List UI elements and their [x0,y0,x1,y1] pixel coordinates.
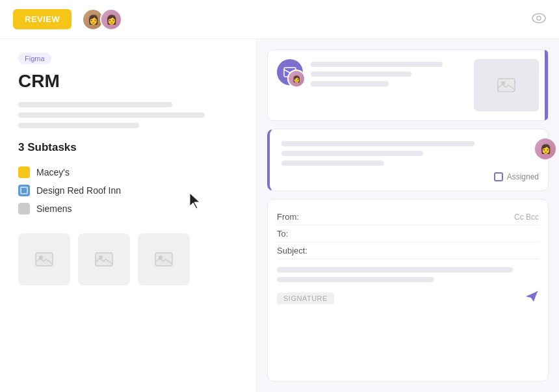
svg-rect-6 [155,253,172,266]
email-accent-avatar: 👩 [534,137,557,161]
subtask-label-siemens: Siemens [36,203,72,214]
project-title: CRM [18,71,238,92]
subtask-label-redroof: Design Red Roof Inn [36,185,121,196]
avatar-group: 👩 👩 [82,8,122,31]
subtask-list: Macey's Design Red Roof Inn Siemens [18,163,238,218]
thumbnail-1 [18,233,70,285]
desc-line-2 [18,112,205,118]
email-card-top-content: 👩 [277,59,539,111]
body-line-2 [277,277,434,282]
thumbnail-3 [138,233,190,285]
figma-badge: Figma [18,53,51,64]
body-line-1 [277,267,513,272]
subtask-item-redroof: Design Red Roof Inn [18,181,238,200]
compose-body [277,267,539,282]
subtask-item-siemens: Siemens [18,200,238,218]
eye-icon[interactable] [532,12,546,27]
email-card-middle: 👩 Assigned [267,129,549,191]
svg-rect-4 [96,253,112,266]
email-text-line-3 [311,81,389,86]
email-text-line-2 [311,72,411,77]
right-panel: 👩 👩 [257,39,559,392]
top-bar-left: REVIEW 👩 👩 [13,8,122,31]
top-bar: REVIEW 👩 👩 [0,0,559,39]
thumbnail-2 [78,233,130,285]
right-accent-bar [545,50,548,120]
subtask-icon-gray [18,203,30,215]
thumbnail-row [18,233,238,285]
left-panel: Figma CRM 3 Subtasks Macey's Design Red … [0,39,257,392]
compose-cc-label: Cc Bcc [514,213,539,222]
accent-text-line-3 [281,161,384,166]
accent-text-line-1 [281,141,474,146]
svg-point-1 [537,16,541,20]
svg-point-0 [532,14,545,23]
send-icon[interactable] [525,290,539,306]
subtask-item-maceys: Macey's [18,163,238,181]
review-button[interactable]: REVIEW [13,9,72,29]
subtask-label-maceys: Macey's [36,167,70,177]
compose-from-label: From: [277,212,309,222]
assigned-row: Assigned [281,172,539,181]
compose-subject-field: Subject: [277,242,539,259]
email-text-line-1 [311,62,443,67]
email-content-top [311,59,466,91]
accent-text-line-2 [281,151,423,156]
email-image-placeholder [474,59,539,111]
subtasks-title: 3 Subtasks [18,141,238,154]
desc-line-1 [18,102,172,107]
description-lines [18,102,238,128]
subtask-icon-yellow [18,166,30,178]
compose-to-field: To: [277,226,539,242]
compose-from-field: From: Cc Bcc [277,209,539,226]
avatar-2-img: 👩 [101,10,121,29]
email-avatar-wrapper: 👩 [277,59,303,85]
svg-rect-9 [498,79,515,92]
compose-subject-label: Subject: [277,246,309,255]
desc-line-3 [18,123,139,128]
main-layout: Figma CRM 3 Subtasks Macey's Design Red … [0,39,559,392]
email-sender-avatar: 👩 [287,70,306,88]
compose-actions: SIGNATURE [277,290,539,306]
assigned-label: Assigned [507,172,539,181]
svg-rect-2 [36,253,53,266]
signature-badge: SIGNATURE [277,293,334,304]
email-compose: From: Cc Bcc To: Subject: SIGNATURE [267,199,549,382]
subtask-icon-blue [18,185,30,196]
email-card-top: 👩 [267,49,549,121]
compose-to-label: To: [277,229,309,239]
assigned-checkbox[interactable] [494,172,503,181]
avatar-2: 👩 [100,8,122,31]
